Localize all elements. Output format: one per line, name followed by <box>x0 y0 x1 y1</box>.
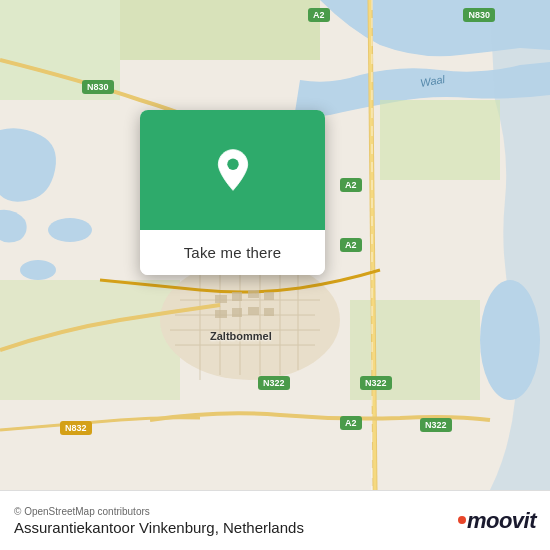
location-pin-icon <box>211 148 255 192</box>
road-badge-n832: N832 <box>60 421 92 435</box>
card-map-area <box>140 110 325 230</box>
svg-rect-22 <box>248 290 259 298</box>
svg-rect-25 <box>232 308 242 317</box>
bottom-left: © OpenStreetMap contributors Assurantiek… <box>14 506 304 536</box>
take-me-there-button[interactable]: Take me there <box>140 230 325 275</box>
moovit-dot-icon <box>458 516 466 524</box>
svg-rect-5 <box>120 0 320 60</box>
road-badge-a2-top: A2 <box>308 8 330 22</box>
svg-rect-27 <box>264 308 274 316</box>
svg-rect-26 <box>248 307 259 315</box>
svg-rect-24 <box>215 310 227 318</box>
osm-attribution: © OpenStreetMap contributors <box>14 506 304 517</box>
svg-point-9 <box>160 260 340 380</box>
bottom-bar: © OpenStreetMap contributors Assurantiek… <box>0 490 550 550</box>
overlay-card: Take me there <box>140 110 325 275</box>
svg-point-2 <box>20 260 56 280</box>
svg-point-3 <box>480 280 540 400</box>
moovit-logo: moovit <box>458 508 536 534</box>
svg-rect-20 <box>215 295 227 303</box>
moovit-brand-text: moovit <box>458 508 536 534</box>
svg-point-28 <box>227 159 238 170</box>
city-label-zaltbommel: Zaltbommel <box>210 330 272 342</box>
svg-rect-23 <box>264 292 274 300</box>
road-badge-n830-left: N830 <box>82 80 114 94</box>
road-badge-n322-center: N322 <box>258 376 290 390</box>
svg-point-1 <box>48 218 92 242</box>
svg-rect-21 <box>232 292 242 301</box>
map-container: A2 N830 N830 N830 A2 A2 N322 N322 N322 N… <box>0 0 550 490</box>
road-badge-a2-mid: A2 <box>340 178 362 192</box>
location-name: Assurantiekantoor Vinkenburg, Netherland… <box>14 519 304 536</box>
svg-rect-6 <box>380 100 500 180</box>
road-badge-n830-top: N830 <box>463 8 495 22</box>
road-badge-n322-far-right: N322 <box>420 418 452 432</box>
road-badge-a2-lower: A2 <box>340 238 362 252</box>
road-badge-n322-right: N322 <box>360 376 392 390</box>
road-badge-a2-bottom: A2 <box>340 416 362 430</box>
